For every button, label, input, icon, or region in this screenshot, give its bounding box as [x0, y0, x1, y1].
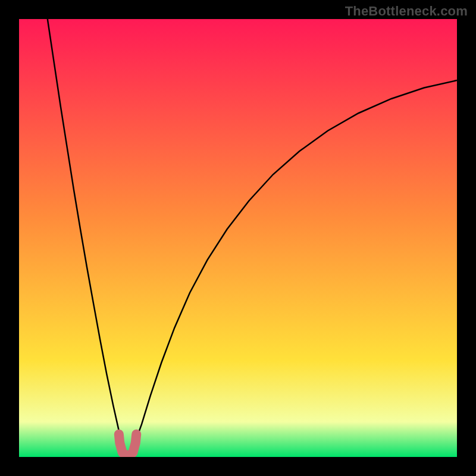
watermark-text: TheBottleneck.com	[345, 4, 468, 19]
plot-frame	[19, 19, 457, 457]
chart-container: TheBottleneck.com	[0, 0, 476, 476]
gradient-background	[19, 19, 457, 457]
plot-svg	[19, 19, 457, 457]
